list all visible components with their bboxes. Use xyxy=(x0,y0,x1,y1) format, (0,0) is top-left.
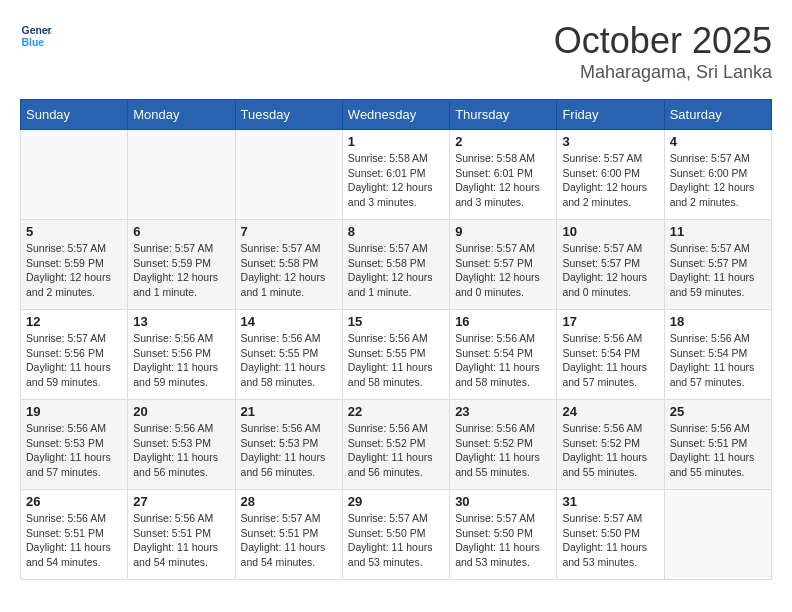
title-block: October 2025 Maharagama, Sri Lanka xyxy=(554,20,772,83)
day-info: Sunrise: 5:57 AM Sunset: 5:58 PM Dayligh… xyxy=(241,241,337,300)
day-of-week-header: Sunday xyxy=(21,100,128,130)
day-info: Sunrise: 5:56 AM Sunset: 5:52 PM Dayligh… xyxy=(562,421,658,480)
calendar-cell: 7Sunrise: 5:57 AM Sunset: 5:58 PM Daylig… xyxy=(235,220,342,310)
day-info: Sunrise: 5:56 AM Sunset: 5:51 PM Dayligh… xyxy=(26,511,122,570)
calendar-week-row: 1Sunrise: 5:58 AM Sunset: 6:01 PM Daylig… xyxy=(21,130,772,220)
calendar-week-row: 5Sunrise: 5:57 AM Sunset: 5:59 PM Daylig… xyxy=(21,220,772,310)
day-info: Sunrise: 5:56 AM Sunset: 5:55 PM Dayligh… xyxy=(241,331,337,390)
day-of-week-header: Friday xyxy=(557,100,664,130)
day-number: 14 xyxy=(241,314,337,329)
day-info: Sunrise: 5:56 AM Sunset: 5:55 PM Dayligh… xyxy=(348,331,444,390)
day-info: Sunrise: 5:57 AM Sunset: 5:57 PM Dayligh… xyxy=(455,241,551,300)
day-info: Sunrise: 5:57 AM Sunset: 5:59 PM Dayligh… xyxy=(133,241,229,300)
location-title: Maharagama, Sri Lanka xyxy=(554,62,772,83)
day-info: Sunrise: 5:57 AM Sunset: 6:00 PM Dayligh… xyxy=(562,151,658,210)
day-number: 22 xyxy=(348,404,444,419)
day-info: Sunrise: 5:56 AM Sunset: 5:52 PM Dayligh… xyxy=(348,421,444,480)
calendar-cell: 26Sunrise: 5:56 AM Sunset: 5:51 PM Dayli… xyxy=(21,490,128,580)
day-number: 26 xyxy=(26,494,122,509)
calendar-cell: 31Sunrise: 5:57 AM Sunset: 5:50 PM Dayli… xyxy=(557,490,664,580)
day-info: Sunrise: 5:57 AM Sunset: 6:00 PM Dayligh… xyxy=(670,151,766,210)
calendar-cell: 14Sunrise: 5:56 AM Sunset: 5:55 PM Dayli… xyxy=(235,310,342,400)
day-info: Sunrise: 5:56 AM Sunset: 5:53 PM Dayligh… xyxy=(241,421,337,480)
day-number: 18 xyxy=(670,314,766,329)
day-info: Sunrise: 5:57 AM Sunset: 5:50 PM Dayligh… xyxy=(562,511,658,570)
day-info: Sunrise: 5:58 AM Sunset: 6:01 PM Dayligh… xyxy=(348,151,444,210)
calendar-cell: 20Sunrise: 5:56 AM Sunset: 5:53 PM Dayli… xyxy=(128,400,235,490)
calendar-cell: 24Sunrise: 5:56 AM Sunset: 5:52 PM Dayli… xyxy=(557,400,664,490)
calendar-cell: 15Sunrise: 5:56 AM Sunset: 5:55 PM Dayli… xyxy=(342,310,449,400)
day-number: 6 xyxy=(133,224,229,239)
day-number: 5 xyxy=(26,224,122,239)
calendar-cell: 6Sunrise: 5:57 AM Sunset: 5:59 PM Daylig… xyxy=(128,220,235,310)
day-info: Sunrise: 5:57 AM Sunset: 5:56 PM Dayligh… xyxy=(26,331,122,390)
day-info: Sunrise: 5:56 AM Sunset: 5:54 PM Dayligh… xyxy=(562,331,658,390)
day-info: Sunrise: 5:56 AM Sunset: 5:53 PM Dayligh… xyxy=(133,421,229,480)
day-number: 8 xyxy=(348,224,444,239)
day-number: 25 xyxy=(670,404,766,419)
calendar-cell: 10Sunrise: 5:57 AM Sunset: 5:57 PM Dayli… xyxy=(557,220,664,310)
month-title: October 2025 xyxy=(554,20,772,62)
day-of-week-header: Tuesday xyxy=(235,100,342,130)
calendar-cell: 8Sunrise: 5:57 AM Sunset: 5:58 PM Daylig… xyxy=(342,220,449,310)
day-info: Sunrise: 5:57 AM Sunset: 5:50 PM Dayligh… xyxy=(348,511,444,570)
calendar-cell: 19Sunrise: 5:56 AM Sunset: 5:53 PM Dayli… xyxy=(21,400,128,490)
calendar-cell: 17Sunrise: 5:56 AM Sunset: 5:54 PM Dayli… xyxy=(557,310,664,400)
day-info: Sunrise: 5:57 AM Sunset: 5:58 PM Dayligh… xyxy=(348,241,444,300)
page-header: General Blue October 2025 Maharagama, Sr… xyxy=(20,20,772,83)
calendar-cell: 5Sunrise: 5:57 AM Sunset: 5:59 PM Daylig… xyxy=(21,220,128,310)
logo-icon: General Blue xyxy=(20,20,52,52)
day-info: Sunrise: 5:56 AM Sunset: 5:54 PM Dayligh… xyxy=(455,331,551,390)
day-number: 3 xyxy=(562,134,658,149)
day-number: 1 xyxy=(348,134,444,149)
calendar-cell: 22Sunrise: 5:56 AM Sunset: 5:52 PM Dayli… xyxy=(342,400,449,490)
day-info: Sunrise: 5:57 AM Sunset: 5:59 PM Dayligh… xyxy=(26,241,122,300)
day-info: Sunrise: 5:57 AM Sunset: 5:57 PM Dayligh… xyxy=(562,241,658,300)
calendar-cell xyxy=(128,130,235,220)
day-number: 16 xyxy=(455,314,551,329)
svg-text:Blue: Blue xyxy=(22,37,45,48)
calendar-cell: 1Sunrise: 5:58 AM Sunset: 6:01 PM Daylig… xyxy=(342,130,449,220)
calendar-cell: 9Sunrise: 5:57 AM Sunset: 5:57 PM Daylig… xyxy=(450,220,557,310)
calendar-week-row: 19Sunrise: 5:56 AM Sunset: 5:53 PM Dayli… xyxy=(21,400,772,490)
day-number: 15 xyxy=(348,314,444,329)
calendar-cell: 16Sunrise: 5:56 AM Sunset: 5:54 PM Dayli… xyxy=(450,310,557,400)
calendar-cell: 29Sunrise: 5:57 AM Sunset: 5:50 PM Dayli… xyxy=(342,490,449,580)
day-info: Sunrise: 5:58 AM Sunset: 6:01 PM Dayligh… xyxy=(455,151,551,210)
calendar-cell: 28Sunrise: 5:57 AM Sunset: 5:51 PM Dayli… xyxy=(235,490,342,580)
day-number: 20 xyxy=(133,404,229,419)
day-info: Sunrise: 5:57 AM Sunset: 5:50 PM Dayligh… xyxy=(455,511,551,570)
day-number: 2 xyxy=(455,134,551,149)
calendar-cell: 12Sunrise: 5:57 AM Sunset: 5:56 PM Dayli… xyxy=(21,310,128,400)
day-info: Sunrise: 5:57 AM Sunset: 5:57 PM Dayligh… xyxy=(670,241,766,300)
calendar-cell: 13Sunrise: 5:56 AM Sunset: 5:56 PM Dayli… xyxy=(128,310,235,400)
day-of-week-header: Monday xyxy=(128,100,235,130)
day-number: 10 xyxy=(562,224,658,239)
day-number: 17 xyxy=(562,314,658,329)
day-of-week-header: Wednesday xyxy=(342,100,449,130)
day-number: 28 xyxy=(241,494,337,509)
calendar-cell xyxy=(235,130,342,220)
calendar-week-row: 12Sunrise: 5:57 AM Sunset: 5:56 PM Dayli… xyxy=(21,310,772,400)
calendar-cell: 30Sunrise: 5:57 AM Sunset: 5:50 PM Dayli… xyxy=(450,490,557,580)
day-number: 12 xyxy=(26,314,122,329)
calendar-cell xyxy=(21,130,128,220)
day-info: Sunrise: 5:56 AM Sunset: 5:54 PM Dayligh… xyxy=(670,331,766,390)
day-info: Sunrise: 5:56 AM Sunset: 5:53 PM Dayligh… xyxy=(26,421,122,480)
day-number: 9 xyxy=(455,224,551,239)
day-number: 23 xyxy=(455,404,551,419)
day-number: 21 xyxy=(241,404,337,419)
day-number: 13 xyxy=(133,314,229,329)
calendar-cell: 18Sunrise: 5:56 AM Sunset: 5:54 PM Dayli… xyxy=(664,310,771,400)
calendar-cell: 11Sunrise: 5:57 AM Sunset: 5:57 PM Dayli… xyxy=(664,220,771,310)
logo: General Blue xyxy=(20,20,52,52)
day-number: 4 xyxy=(670,134,766,149)
calendar-table: SundayMondayTuesdayWednesdayThursdayFrid… xyxy=(20,99,772,580)
day-of-week-header: Thursday xyxy=(450,100,557,130)
day-number: 11 xyxy=(670,224,766,239)
day-number: 31 xyxy=(562,494,658,509)
calendar-cell: 3Sunrise: 5:57 AM Sunset: 6:00 PM Daylig… xyxy=(557,130,664,220)
day-info: Sunrise: 5:56 AM Sunset: 5:56 PM Dayligh… xyxy=(133,331,229,390)
day-info: Sunrise: 5:56 AM Sunset: 5:51 PM Dayligh… xyxy=(670,421,766,480)
calendar-cell: 21Sunrise: 5:56 AM Sunset: 5:53 PM Dayli… xyxy=(235,400,342,490)
